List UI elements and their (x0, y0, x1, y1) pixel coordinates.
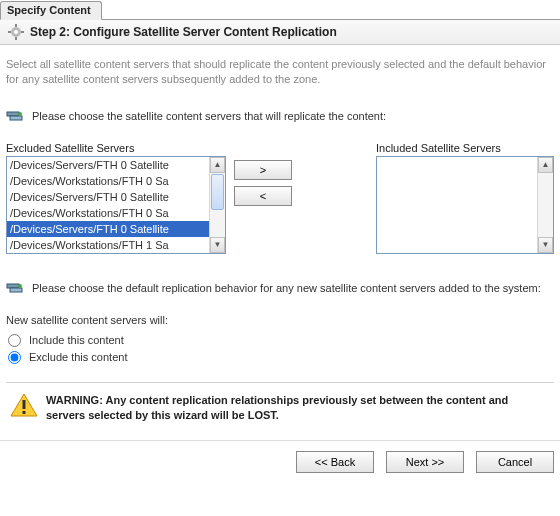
excluded-listbox[interactable]: /Devices/Servers/FTH 0 Satellite/Devices… (6, 156, 226, 254)
svg-point-11 (18, 284, 22, 288)
button-bar: << Back Next >> Cancel (0, 440, 560, 483)
radio-heading: New satellite content servers will: (6, 314, 554, 326)
gear-icon (8, 24, 24, 40)
back-button[interactable]: << Back (296, 451, 374, 473)
scroll-down-icon[interactable]: ▼ (538, 237, 553, 253)
intro-text: Select all satellite content servers tha… (6, 57, 554, 88)
svg-rect-13 (23, 400, 26, 409)
section1-prompt: Please choose the satellite content serv… (32, 110, 386, 122)
scrollbar[interactable]: ▲ ▼ (209, 157, 225, 253)
radio-include[interactable]: Include this content (6, 332, 554, 349)
scrollbar[interactable]: ▲ ▼ (537, 157, 553, 253)
scroll-up-icon[interactable]: ▲ (210, 157, 225, 173)
radio-exclude[interactable]: Exclude this content (6, 349, 554, 366)
svg-rect-14 (23, 411, 26, 414)
warning-text: WARNING: Any content replication relatio… (46, 393, 550, 423)
radio-include-input[interactable] (8, 334, 21, 347)
radio-exclude-input[interactable] (8, 351, 21, 364)
list-item[interactable]: /Devices/Servers/FTH 0 Satellite (7, 189, 209, 205)
scroll-down-icon[interactable]: ▼ (210, 237, 225, 253)
svg-rect-6 (7, 112, 19, 116)
svg-rect-10 (10, 288, 22, 292)
list-item[interactable]: /Devices/Servers/FTH 0 Satellite (7, 221, 209, 237)
section2-prompt: Please choose the default replication be… (32, 282, 541, 294)
list-item[interactable]: /Devices/Workstations/FTH 0 Sa (7, 205, 209, 221)
move-right-button[interactable]: > (234, 160, 292, 180)
server-stack-icon (6, 282, 24, 296)
tab-bar: Specify Content (0, 0, 560, 20)
included-list-label: Included Satellite Servers (376, 142, 554, 154)
list-item[interactable]: /Devices/Workstations/FTH 1 Sa (7, 237, 209, 253)
warning-icon (10, 393, 38, 417)
excluded-list-label: Excluded Satellite Servers (6, 142, 226, 154)
scroll-thumb[interactable] (211, 174, 224, 210)
move-left-button[interactable]: < (234, 186, 292, 206)
list-item[interactable]: /Devices/Servers/FTH 0 Satellite (7, 157, 209, 173)
svg-point-8 (18, 112, 22, 116)
list-item[interactable]: /Devices/Workstations/FTH 0 Sa (7, 173, 209, 189)
cancel-button[interactable]: Cancel (476, 451, 554, 473)
included-listbox[interactable]: ▲ ▼ (376, 156, 554, 254)
radio-include-label: Include this content (29, 334, 124, 346)
next-button[interactable]: Next >> (386, 451, 464, 473)
svg-point-1 (14, 30, 18, 34)
scroll-up-icon[interactable]: ▲ (538, 157, 553, 173)
step-header: Step 2: Configure Satellite Server Conte… (0, 20, 560, 45)
radio-exclude-label: Exclude this content (29, 351, 127, 363)
step-title: Step 2: Configure Satellite Server Conte… (30, 25, 337, 39)
svg-rect-7 (10, 116, 22, 120)
server-stack-icon (6, 110, 24, 124)
svg-rect-9 (7, 284, 19, 288)
tab-specify-content[interactable]: Specify Content (0, 1, 102, 20)
